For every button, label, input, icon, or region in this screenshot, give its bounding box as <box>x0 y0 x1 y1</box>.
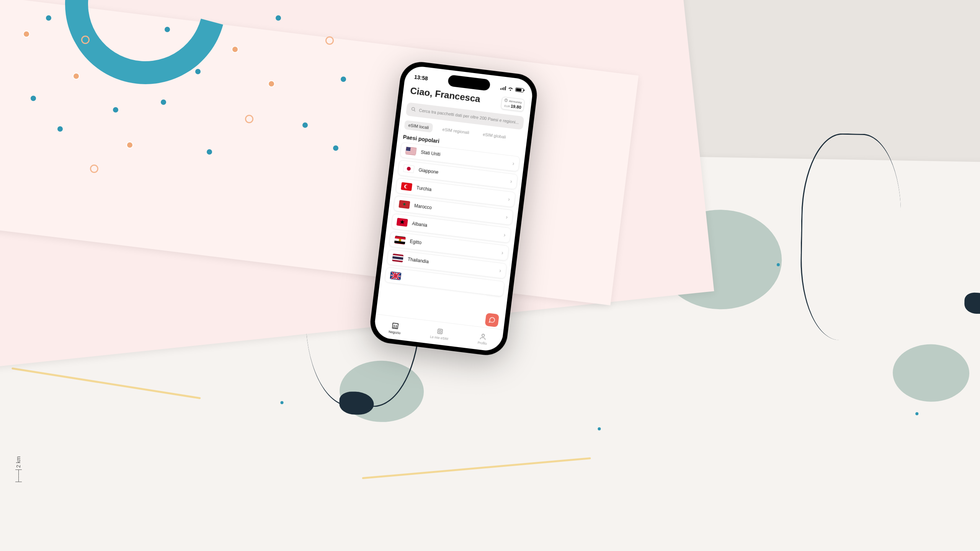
flag-us-icon <box>405 146 416 155</box>
phone-screen: 13:58 Ciao, Francesca $ <box>373 65 534 352</box>
flag-jp-icon <box>403 164 415 173</box>
chevron-right-icon: › <box>499 267 502 274</box>
flag-th-icon <box>392 253 403 262</box>
country-list: Stati Uniti › Giappone › Turchia › Maroc… <box>376 141 525 329</box>
profile-icon <box>479 332 488 341</box>
svg-rect-5 <box>439 330 441 333</box>
airmoney-chip[interactable]: $ Airmoney EUR19.80 <box>501 96 525 112</box>
flag-uk-icon <box>390 271 401 280</box>
tab-local[interactable]: eSIM locali <box>404 120 433 133</box>
chevron-right-icon: › <box>506 214 508 220</box>
country-name: Marocco <box>414 203 501 219</box>
country-name: Thailandia <box>407 256 495 272</box>
country-name: Giappone <box>418 167 506 183</box>
map-scale-bar: ├───┤ 2 km <box>15 456 21 484</box>
chevron-right-icon: › <box>512 160 515 166</box>
status-indicators <box>500 85 524 93</box>
nav-profile-label: Profilo <box>477 341 487 346</box>
scale-label: 2 km <box>15 456 21 468</box>
chevron-right-icon: › <box>510 178 513 184</box>
flag-al-icon <box>397 218 408 227</box>
status-time: 13:58 <box>414 74 428 82</box>
store-icon <box>391 321 400 330</box>
country-name: Stati Uniti <box>421 149 508 165</box>
nav-profile[interactable]: Profilo <box>477 332 488 346</box>
nav-my-esims[interactable]: Le mie eSIM <box>430 326 449 341</box>
tab-global[interactable]: eSIM globali <box>479 129 510 142</box>
chat-button[interactable] <box>485 313 499 327</box>
nav-store[interactable]: Negozio <box>389 321 402 335</box>
search-icon <box>411 106 416 112</box>
svg-point-6 <box>482 334 485 336</box>
chevron-right-icon: › <box>501 249 504 256</box>
chevron-right-icon: › <box>508 196 510 202</box>
flag-ma-icon <box>399 200 410 209</box>
nav-store-label: Negozio <box>389 329 401 335</box>
tab-regional[interactable]: eSIM regionali <box>438 124 474 138</box>
signal-icon <box>500 85 506 90</box>
country-name: Turchia <box>416 185 504 201</box>
svg-text:$: $ <box>506 99 507 101</box>
esim-icon <box>435 327 444 336</box>
flag-tr-icon <box>401 182 412 191</box>
country-name: Egitto <box>410 239 497 255</box>
country-name <box>405 277 499 289</box>
battery-icon <box>515 87 524 93</box>
airmoney-amount: 19.80 <box>511 104 522 109</box>
search-placeholder: Cerca tra pacchetti dati per oltre 200 P… <box>419 108 519 125</box>
svg-rect-4 <box>438 329 443 334</box>
chevron-right-icon: › <box>503 231 506 238</box>
svg-line-3 <box>414 110 415 111</box>
airmoney-currency: EUR <box>504 104 510 108</box>
flag-eg-icon <box>394 236 406 245</box>
wifi-icon <box>508 86 514 91</box>
nav-my-esims-label: Le mie eSIM <box>430 335 449 341</box>
country-name: Albania <box>412 221 500 237</box>
